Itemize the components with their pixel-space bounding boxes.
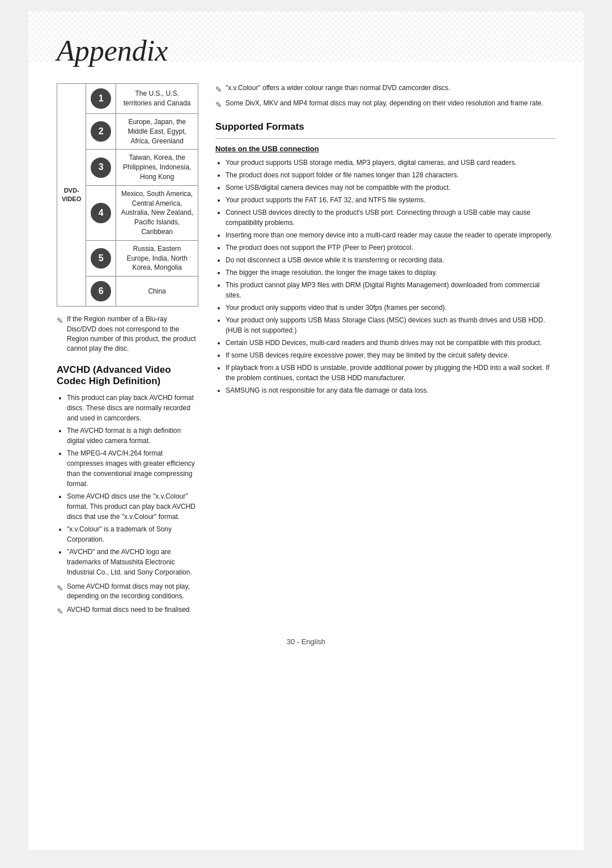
list-item: "x.v.Colour" is a trademark of Sony Corp… (67, 524, 198, 544)
list-item: If playback from a USB HDD is unstable, … (226, 363, 555, 383)
region-number-cell: 5 (86, 240, 116, 276)
page-footer: 30 - English (57, 637, 555, 646)
avchd-notes: ✎Some AVCHD format discs may not play, d… (57, 582, 198, 617)
region-number-cell: 6 (86, 276, 116, 307)
note-icon: ✎ (57, 606, 63, 617)
list-item: The bigger the image resolution, the lon… (226, 267, 555, 278)
avchd-bullet-list: This product can play back AVCHD format … (57, 393, 198, 577)
list-item: Some AVCHD discs use the "x.v.Colour" fo… (67, 491, 198, 522)
list-item: "AVCHD" and the AVCHD logo are trademark… (67, 547, 198, 577)
region-description: Russia, Eastern Europe, India, North Kor… (116, 240, 198, 276)
list-item: Certain USB HDD Devices, multi-card read… (226, 338, 555, 348)
region-number-cell: 2 (86, 114, 116, 150)
region-table: DVD-VIDEO1The U.S., U.S. territories and… (57, 83, 198, 307)
note-icon: ✎ (57, 315, 63, 326)
avchd-note: ✎AVCHD format discs need to be finalised… (57, 605, 198, 617)
note-icon: ✎ (215, 99, 222, 110)
right-notes: ✎"x.v.Colour" offers a wider colour rang… (215, 83, 555, 111)
usb-bullet-list: Your product supports USB storage media,… (215, 158, 555, 395)
right-note-text: Some DivX, MKV and MP4 format discs may … (226, 99, 543, 108)
list-item: This product cannot play MP3 files with … (226, 280, 555, 300)
right-note: ✎Some DivX, MKV and MP4 format discs may… (215, 99, 555, 110)
list-item: Your product supports USB storage media,… (226, 158, 555, 168)
region-number-cell: 3 (86, 150, 116, 185)
region-number-cell: 4 (86, 185, 116, 240)
avchd-title: AVCHD (Advanced Video Codec High Definit… (57, 364, 198, 387)
right-column: ✎"x.v.Colour" offers a wider colour rang… (215, 83, 555, 620)
region-description: Taiwan, Korea, the Philippines, Indonesi… (116, 150, 198, 185)
avchd-note-text: AVCHD format discs need to be finalised. (67, 605, 192, 615)
list-item: Your product only supports video that is… (226, 303, 555, 313)
note-icon: ✎ (215, 84, 222, 95)
region-note: ✎ If the Region number of a Blu-ray Disc… (57, 314, 198, 354)
left-column: DVD-VIDEO1The U.S., U.S. territories and… (57, 83, 198, 620)
list-item: The MPEG-4 AVC/H.264 format compresses i… (67, 448, 198, 489)
list-item: Your product only supports USB Mass Stor… (226, 315, 555, 335)
region-description: The U.S., U.S. territories and Canada (116, 84, 198, 114)
supported-formats-title: Supported Formats (215, 121, 555, 133)
region-number-cell: 1 (86, 84, 116, 114)
right-note-text: "x.v.Colour" offers a wider colour range… (226, 83, 450, 93)
page-title: Appendix (57, 34, 555, 67)
list-item: This product can play back AVCHD format … (67, 393, 198, 423)
list-item: Do not disconnect a USB device while it … (226, 255, 555, 265)
main-content: DVD-VIDEO1The U.S., U.S. territories and… (57, 83, 555, 620)
dvd-video-label: DVD-VIDEO (57, 84, 86, 307)
usb-subtitle: Notes on the USB connection (215, 144, 555, 153)
page: Appendix DVD-VIDEO1The U.S., U.S. territ… (28, 11, 584, 850)
section-divider (215, 138, 555, 139)
region-description: Europe, Japan, the Middle East, Egypt, A… (116, 114, 198, 150)
avchd-note-text: Some AVCHD format discs may not play, de… (67, 582, 198, 602)
list-item: If some USB devices require excessive po… (226, 350, 555, 360)
region-description: China (116, 276, 198, 307)
list-item: Connect USB devices directly to the prod… (226, 207, 555, 228)
list-item: SAMSUNG is not responsible for any data … (226, 385, 555, 395)
note-icon: ✎ (57, 582, 63, 594)
list-item: Inserting more than one memory device in… (226, 230, 555, 240)
region-note-text: If the Region number of a Blu-ray Disc/D… (67, 314, 198, 354)
list-item: Some USB/digital camera devices may not … (226, 182, 555, 193)
right-note: ✎"x.v.Colour" offers a wider colour rang… (215, 83, 555, 95)
list-item: Your product supports the FAT 16, FAT 32… (226, 195, 555, 205)
list-item: The product does not support folder or f… (226, 170, 555, 180)
list-item: The product does not support the PTP (Pe… (226, 242, 555, 253)
region-description: Mexico, South America, Central America, … (116, 185, 198, 240)
avchd-note: ✎Some AVCHD format discs may not play, d… (57, 582, 198, 602)
list-item: The AVCHD format is a high definition di… (67, 426, 198, 446)
